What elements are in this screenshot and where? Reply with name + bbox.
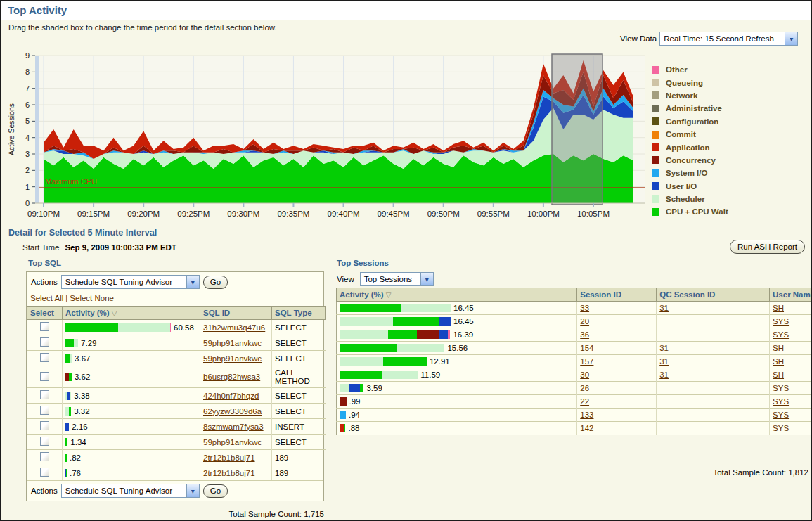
session-id-link[interactable]: 142 <box>580 424 593 432</box>
column-header[interactable]: Select <box>27 307 63 320</box>
row-checkbox[interactable] <box>40 437 49 446</box>
user-name-link[interactable]: SYS <box>773 330 789 339</box>
sort-descending-icon[interactable]: ▽ <box>112 309 117 317</box>
maximum-cpu-label: Maximum CPU <box>45 177 97 186</box>
activity-bar: 16.45 <box>340 317 574 326</box>
sql-type: SELECT <box>272 388 326 404</box>
qc-session-id-link[interactable]: 31 <box>659 304 669 312</box>
session-id-link[interactable]: 154 <box>580 344 593 352</box>
sql-id-link[interactable]: 424h0nf7bhqzd <box>203 392 259 400</box>
row-checkbox[interactable] <box>40 337 49 347</box>
session-id-link[interactable]: 20 <box>580 317 589 326</box>
activity-bar: 2.16 <box>65 423 197 431</box>
table-row: 3.6759php91anvkwcSELECT <box>27 351 326 366</box>
system_io-legend-swatch <box>652 169 659 177</box>
cpu-bar-segment <box>66 469 67 477</box>
time-selection-box[interactable] <box>552 54 602 205</box>
activity-bar: .94 <box>340 411 574 419</box>
user-name-link[interactable]: SYS <box>773 397 789 406</box>
scheduler-bar-segment <box>70 354 72 363</box>
qc-session-id-link[interactable]: 31 <box>659 344 669 352</box>
table-row: 1.3459php91anvkwcSELECT <box>27 435 326 450</box>
row-checkbox[interactable] <box>40 421 49 430</box>
chevron-down-icon[interactable]: ▾ <box>186 484 199 497</box>
sql-id-link[interactable]: 59php91anvkwc <box>203 339 262 347</box>
start-time-value: Sep 9, 2009 10:00:33 PM EDT <box>65 243 176 252</box>
sql-id-link[interactable]: b6usrg82hwsa3 <box>203 373 260 381</box>
column-header[interactable]: Activity (%)▽ <box>63 307 200 320</box>
select-all-link[interactable]: Select All <box>30 294 63 302</box>
chevron-down-icon[interactable]: ▾ <box>186 276 199 288</box>
sql-actions-select[interactable]: Schedule SQL Tuning Advisor ▾ <box>61 275 200 289</box>
session-id-link[interactable]: 157 <box>580 357 593 366</box>
session-id-link[interactable]: 36 <box>580 330 589 339</box>
sort-descending-icon[interactable]: ▽ <box>386 291 392 299</box>
user-name-link[interactable]: SH <box>773 304 784 312</box>
activity-bar: 11.59 <box>340 371 574 379</box>
go-button[interactable]: Go <box>203 276 228 289</box>
user_io-bar-segment <box>439 317 451 326</box>
column-header[interactable]: Session ID <box>577 288 657 302</box>
application-bar-segment <box>340 424 344 432</box>
row-checkbox[interactable] <box>40 406 49 415</box>
qc-session-id-link[interactable]: 31 <box>659 371 669 379</box>
qc-session-id-link[interactable]: 31 <box>659 357 669 366</box>
select-none-link[interactable]: Select None <box>70 294 114 302</box>
session-id-link[interactable]: 22 <box>580 397 589 406</box>
cpu-bar-segment <box>69 407 71 416</box>
go-button[interactable]: Go <box>203 484 228 498</box>
view-data-select[interactable]: Real Time: 15 Second Refresh ▾ <box>659 32 798 46</box>
sessions-view-select[interactable]: Top Sessions ▾ <box>360 272 434 286</box>
session-id-link[interactable]: 33 <box>580 304 589 312</box>
scheduler-bar-segment <box>397 344 444 352</box>
sql-id-link[interactable]: 59php91anvkwc <box>203 438 262 446</box>
column-header[interactable]: SQL Type <box>272 307 326 320</box>
sql-id-link[interactable]: 59php91anvkwc <box>203 354 262 363</box>
sql-actions-select-bottom[interactable]: Schedule SQL Tuning Advisor ▾ <box>61 484 200 498</box>
row-checkbox[interactable] <box>40 322 49 331</box>
column-header[interactable]: QC Session ID <box>657 288 770 302</box>
table-row: 16.3936SYSoracle@racnode2.example.com (J… <box>337 328 812 342</box>
column-header[interactable]: SQL ID <box>200 307 272 320</box>
user-name-link[interactable]: SH <box>773 357 784 366</box>
column-header[interactable]: Activity (%)▽ <box>337 288 577 302</box>
cpu-bar-segment <box>393 317 439 326</box>
session-id-link[interactable]: 133 <box>580 411 593 419</box>
y-tick-label: 9 <box>25 51 30 60</box>
row-checkbox[interactable] <box>40 468 49 477</box>
session-id-link[interactable]: 30 <box>580 371 589 379</box>
user_io-bar-segment <box>349 384 361 392</box>
sql-id-link[interactable]: 2tr12b1b8uj71 <box>203 469 255 477</box>
user-name-link[interactable]: SYS <box>773 384 789 392</box>
sql-id-link[interactable]: 8szmwam7fysa3 <box>203 423 264 431</box>
sql-id-link[interactable]: 62yyzw3309d6a <box>203 407 262 416</box>
y-tick-label: 8 <box>25 67 30 76</box>
top-sessions-table: Activity (%)▽Session IDQC Session IDUser… <box>336 288 812 435</box>
user-name-link[interactable]: SYS <box>773 411 789 419</box>
row-checkbox[interactable] <box>40 372 49 381</box>
y-axis-title: Active Sessions <box>7 103 15 155</box>
activity-value: 11.59 <box>420 371 440 379</box>
legend-label: System I/O <box>666 169 707 177</box>
activity-value: 60.58 <box>174 323 194 332</box>
column-header[interactable]: User Name <box>770 288 812 302</box>
row-checkbox[interactable] <box>40 390 49 399</box>
page-title: Top Activity <box>8 4 67 16</box>
row-checkbox[interactable] <box>40 353 49 362</box>
user-name-link[interactable]: SYS <box>773 317 789 326</box>
concurrency-bar-segment <box>340 397 347 406</box>
row-checkbox[interactable] <box>40 452 49 461</box>
x-tick-label: 09:30PM <box>227 210 259 218</box>
run-ash-report-button[interactable]: Run ASH Report <box>730 240 805 254</box>
scheduler-bar-segment <box>340 384 349 392</box>
y-tick-label: 1 <box>25 183 30 191</box>
table-row: 3.62b6usrg82hwsa3CALL METHOD <box>27 366 326 388</box>
chevron-down-icon[interactable]: ▾ <box>420 273 433 285</box>
chevron-down-icon[interactable]: ▾ <box>785 32 797 45</box>
user-name-link[interactable]: SH <box>773 344 784 352</box>
sql-id-link[interactable]: 31h2wmu3q47u6 <box>203 323 265 332</box>
user-name-link[interactable]: SYS <box>773 424 789 432</box>
sql-id-link[interactable]: 2tr12b1b8uj71 <box>203 454 255 462</box>
session-id-link[interactable]: 26 <box>580 384 589 392</box>
user-name-link[interactable]: SH <box>773 371 784 379</box>
